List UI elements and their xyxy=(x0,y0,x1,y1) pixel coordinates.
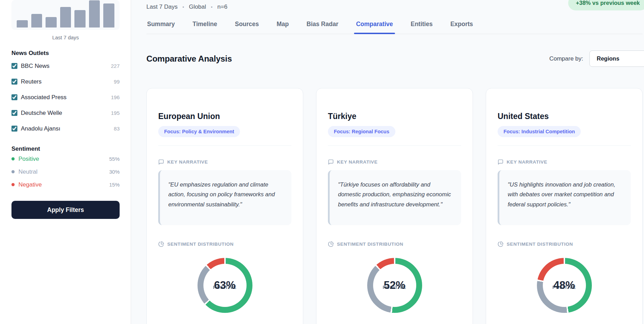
focus-badge: Focus: Regional Focus xyxy=(328,126,395,137)
tab-entities[interactable]: Entities xyxy=(410,21,433,34)
mini-bar xyxy=(74,10,86,27)
sentiment-donut: POSITIVE 48% xyxy=(537,258,592,313)
page-title: Comparative Analysis xyxy=(146,54,232,64)
tab-bar: Summary Timeline Sources Map Bias Radar … xyxy=(146,21,643,34)
donut-wrap: POSITIVE 52% xyxy=(328,258,461,313)
apply-filters-button[interactable]: Apply Filters xyxy=(11,201,120,219)
tab-timeline[interactable]: Timeline xyxy=(192,21,218,34)
mini-chart-caption: Last 7 days xyxy=(11,34,120,40)
positive-dot-icon xyxy=(11,157,15,160)
volume-mini-chart xyxy=(11,0,120,30)
sentiment-value: 55% xyxy=(109,156,120,162)
key-narrative-label: KEY NARRATIVE xyxy=(328,159,461,165)
outlet-checkbox[interactable] xyxy=(11,126,17,132)
outlet-label: BBC News xyxy=(21,63,49,70)
outlet-row-deutsche-welle[interactable]: Deutsche Welle 195 xyxy=(11,105,120,121)
outlet-label: Reuters xyxy=(21,78,42,85)
speech-bubble-icon xyxy=(498,159,504,165)
meta-range: Last 7 Days xyxy=(146,3,178,10)
tab-sources[interactable]: Sources xyxy=(234,21,259,34)
outlet-row-anadolu-ajansi[interactable]: Anadolu Ajansı 83 xyxy=(11,121,120,136)
donut-center: 63% xyxy=(198,258,252,313)
region-card-turkiye: Türkiye Focus: Regional Focus KEY NARRAT… xyxy=(316,88,473,324)
tab-comparative[interactable]: Comparative xyxy=(355,21,394,34)
outlet-checkbox[interactable] xyxy=(11,94,17,100)
tab-summary[interactable]: Summary xyxy=(146,21,176,34)
pie-chart-icon xyxy=(158,241,164,247)
donut-wrap: POSITIVE 48% xyxy=(498,258,631,313)
outlet-row-bbc-news[interactable]: BBC News 227 xyxy=(11,58,120,74)
sentiment-distribution-label: SENTIMENT DISTRIBUTION xyxy=(328,241,461,247)
outlet-count: 196 xyxy=(111,94,120,100)
bullet-separator-icon: • xyxy=(183,5,184,10)
divider xyxy=(328,145,461,146)
meta-count: n=6 xyxy=(217,3,227,10)
outlet-label: Associated Press xyxy=(21,94,66,101)
sentiment-distribution-text: SENTIMENT DISTRIBUTION xyxy=(337,242,403,247)
outlet-checkbox[interactable] xyxy=(11,110,17,116)
outlet-label: Anadolu Ajansı xyxy=(21,125,60,132)
sentiment-label: Negative xyxy=(18,181,42,188)
comparison-cards: European Union Focus: Policy & Environme… xyxy=(146,88,643,324)
mini-bar xyxy=(31,14,42,27)
sentiment-distribution-text: SENTIMENT DISTRIBUTION xyxy=(507,242,573,247)
outlet-row-reuters[interactable]: Reuters 99 xyxy=(11,74,120,89)
donut-wrap: POSITIVE 63% xyxy=(158,258,291,313)
key-narrative-text: KEY NARRATIVE xyxy=(167,159,208,165)
sentiment-distribution-label: SENTIMENT DISTRIBUTION xyxy=(498,241,631,247)
outlet-row-associated-press[interactable]: Associated Press 196 xyxy=(11,89,120,105)
donut-percentage: 63% xyxy=(214,279,235,292)
speech-bubble-icon xyxy=(328,159,334,165)
outlet-label: Deutsche Welle xyxy=(21,110,62,117)
sentiment-value: 30% xyxy=(109,169,120,175)
filters-sidebar: Last 7 days News Outlets BBC News 227 Re… xyxy=(0,0,131,324)
mini-bar xyxy=(46,17,57,27)
pie-chart-icon xyxy=(328,241,334,247)
sentiment-label: Positive xyxy=(18,156,39,163)
sentiment-title: Sentiment xyxy=(11,145,120,152)
focus-badge: Focus: Industrial Competition xyxy=(498,126,581,137)
donut-percentage: 48% xyxy=(553,279,575,292)
pie-chart-icon xyxy=(498,241,504,247)
narrative-quote: "US highlights innovation and job creati… xyxy=(498,170,631,225)
sentiment-row: Negative 15% xyxy=(11,178,120,191)
main-content: +38% vs previous week Last 7 Days • Glob… xyxy=(131,0,644,324)
sentiment-donut: POSITIVE 52% xyxy=(367,258,422,313)
donut-percentage: 52% xyxy=(384,279,405,292)
region-title: European Union xyxy=(158,112,291,121)
outlet-count: 83 xyxy=(114,126,120,132)
key-narrative-text: KEY NARRATIVE xyxy=(337,159,378,165)
meta-scope: Global xyxy=(189,3,206,10)
mini-bar xyxy=(17,20,28,27)
divider xyxy=(158,145,291,146)
mini-bar xyxy=(103,3,114,27)
news-outlets-title: News Outlets xyxy=(11,50,120,57)
sentiment-value: 15% xyxy=(109,182,120,188)
outlet-count: 195 xyxy=(111,110,120,116)
outlet-count: 99 xyxy=(114,79,120,85)
sentiment-label: Neutral xyxy=(18,168,38,175)
region-card-united-states: United States Focus: Industrial Competit… xyxy=(486,88,643,324)
compare-by-select[interactable]: Regions xyxy=(589,50,644,67)
donut-center: 48% xyxy=(537,258,592,313)
key-narrative-label: KEY NARRATIVE xyxy=(498,159,631,165)
sentiment-distribution-text: SENTIMENT DISTRIBUTION xyxy=(167,242,234,247)
neutral-dot-icon xyxy=(11,170,15,173)
tab-map[interactable]: Map xyxy=(276,21,290,34)
region-title: Türkiye xyxy=(328,112,461,121)
outlet-checkbox[interactable] xyxy=(11,79,17,85)
sentiment-row: Positive 55% xyxy=(11,152,120,165)
divider xyxy=(498,145,631,146)
bullet-separator-icon: • xyxy=(211,5,212,10)
tab-bias-radar[interactable]: Bias Radar xyxy=(306,21,339,34)
tab-exports[interactable]: Exports xyxy=(450,21,474,34)
key-narrative-text: KEY NARRATIVE xyxy=(507,159,547,165)
negative-dot-icon xyxy=(11,183,15,186)
key-narrative-label: KEY NARRATIVE xyxy=(158,159,291,165)
donut-center: 52% xyxy=(367,258,422,313)
region-title: United States xyxy=(498,112,631,121)
narrative-quote: "Türkiye focuses on affordability and do… xyxy=(328,170,461,225)
outlet-checkbox[interactable] xyxy=(11,63,17,69)
outlet-count: 227 xyxy=(111,63,120,69)
compare-by-group: Compare by: Regions xyxy=(549,50,644,67)
